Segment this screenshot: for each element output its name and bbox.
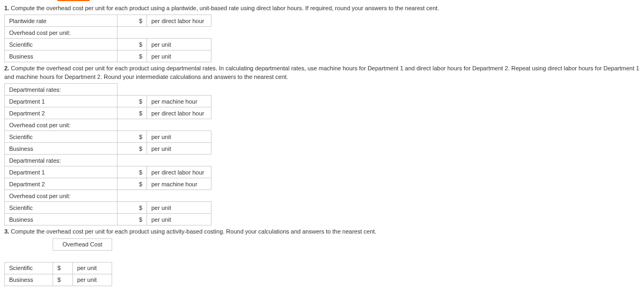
unit-label: per unit [147, 131, 211, 143]
row-label: Departmental rates: [5, 84, 118, 96]
table-row: Plantwide rate $ per direct labor hour [5, 15, 211, 27]
row-label: Scientific [5, 202, 118, 214]
q3-number: 3. [4, 228, 9, 235]
question-1: 1. Compute the overhead cost per unit fo… [4, 4, 640, 12]
input-cell[interactable]: $ [118, 131, 147, 143]
input-cell[interactable]: $ [118, 214, 147, 225]
table-row: Overhead cost per unit: [5, 27, 211, 39]
row-label: Department 2 [5, 107, 118, 119]
q3-text: Compute the overhead cost per unit for e… [9, 228, 376, 235]
row-label: Scientific [5, 131, 118, 143]
row-label: Scientific [5, 262, 53, 274]
input-cell[interactable]: $ [53, 274, 73, 286]
q1-number: 1. [4, 5, 9, 11]
input-cell[interactable]: $ [118, 39, 147, 50]
row-label: Overhead cost per unit: [5, 190, 118, 202]
unit-label: per unit [147, 50, 211, 62]
table-row: Scientific $ per unit [5, 39, 211, 50]
unit-label: per unit [147, 39, 211, 50]
input-cell[interactable]: $ [118, 50, 147, 62]
input-cell[interactable]: $ [118, 143, 147, 155]
unit-label: per machine hour [147, 96, 211, 107]
input-cell[interactable]: $ [118, 178, 147, 190]
unit-label: per unit [147, 202, 211, 214]
overhead-header: Overhead Cost [53, 238, 112, 250]
row-label: Business [5, 50, 118, 62]
q2-table: Departmental rates: Department 1$per mac… [4, 83, 211, 225]
row-label: Business [5, 143, 118, 155]
question-2: 2. Compute the overhead cost per unit fo… [4, 64, 640, 81]
q1-table: Plantwide rate $ per direct labor hour O… [4, 14, 211, 62]
q2-text: Compute the overhead cost per unit for e… [4, 65, 639, 79]
table-row: Business $ per unit [5, 50, 211, 62]
row-label: Department 2 [5, 178, 118, 190]
row-label: Department 1 [5, 96, 118, 107]
row-label: Departmental rates: [5, 155, 118, 166]
unit-label: per direct labor hour [147, 107, 211, 119]
q2-number: 2. [4, 65, 9, 71]
row-label: Department 1 [5, 166, 118, 178]
unit-label: per unit [147, 143, 211, 155]
unit-label: per unit [72, 262, 112, 274]
input-cell[interactable]: $ [118, 15, 147, 27]
row-label: Business [5, 274, 53, 286]
unit-label: per direct labor hour [147, 15, 211, 27]
row-label: Scientific [5, 39, 118, 50]
unit-label: per direct labor hour [147, 166, 211, 178]
input-cell[interactable]: $ [118, 107, 147, 119]
row-label: Overhead cost per unit: [5, 27, 118, 39]
unit-label: per machine hour [147, 178, 211, 190]
input-cell[interactable]: $ [118, 166, 147, 178]
question-3: 3. Compute the overhead cost per unit fo… [4, 228, 640, 236]
input-cell[interactable]: $ [118, 96, 147, 107]
q3-table: Overhead Cost Scientific $ per unit Busi… [4, 238, 112, 286]
q1-text: Compute the overhead cost per unit for e… [9, 5, 439, 11]
row-label: Business [5, 214, 118, 225]
row-label: Overhead cost per unit: [5, 119, 118, 131]
input-cell[interactable]: $ [118, 202, 147, 214]
unit-label: per unit [72, 274, 112, 286]
input-cell[interactable]: $ [53, 262, 73, 274]
row-label: Plantwide rate [5, 15, 118, 27]
unit-label: per unit [147, 214, 211, 225]
